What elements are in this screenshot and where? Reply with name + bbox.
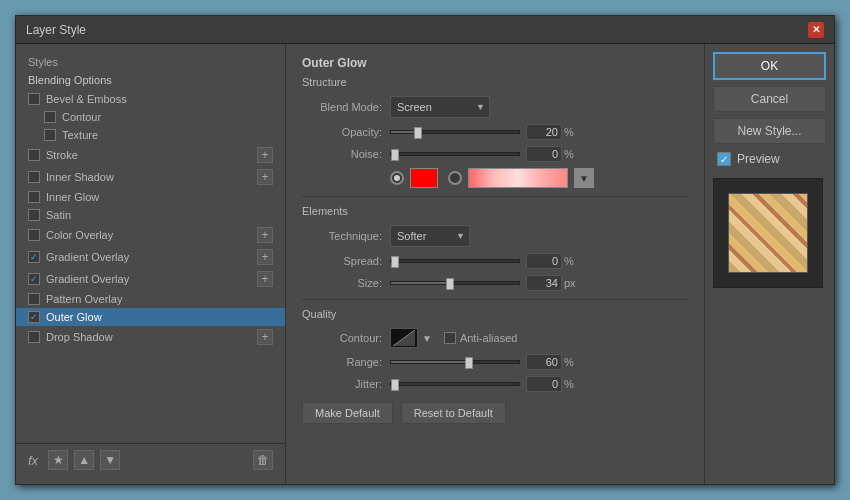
opacity-value[interactable] [526, 124, 562, 140]
contour-svg [393, 330, 415, 346]
sidebar-item-inner-glow[interactable]: Inner Glow [16, 188, 285, 206]
size-value[interactable] [526, 275, 562, 291]
spread-row: Spread: % [302, 253, 688, 269]
satin-checkbox[interactable] [28, 209, 40, 221]
drop-shadow-plus-button[interactable]: + [257, 329, 273, 345]
size-thumb[interactable] [446, 278, 454, 290]
noise-slider[interactable] [390, 152, 520, 156]
stroke-checkbox[interactable] [28, 149, 40, 161]
texture-label: Texture [62, 129, 273, 141]
bevel-emboss-label: Bevel & Emboss [46, 93, 273, 105]
cancel-button[interactable]: Cancel [713, 86, 826, 112]
anti-aliased-row: Anti-aliased [444, 332, 517, 344]
inner-glow-label: Inner Glow [46, 191, 273, 203]
noise-row: Noise: % [302, 146, 688, 162]
sidebar-item-color-overlay[interactable]: Color Overlay + [16, 224, 285, 246]
range-thumb[interactable] [465, 357, 473, 369]
contour-dropdown-arrow[interactable]: ▼ [422, 333, 432, 344]
pattern-overlay-label: Pattern Overlay [46, 293, 273, 305]
noise-unit: % [564, 148, 584, 160]
blend-mode-select[interactable]: Screen ▼ [390, 96, 490, 118]
button-row: Make Default Reset to Default [302, 402, 688, 424]
gradient-overlay1-checkbox[interactable] [28, 251, 40, 263]
gradient-overlay2-plus-button[interactable]: + [257, 271, 273, 287]
make-default-button[interactable]: Make Default [302, 402, 393, 424]
gradient-color-swatch[interactable] [468, 168, 568, 188]
sidebar-item-inner-shadow[interactable]: Inner Shadow + [16, 166, 285, 188]
sidebar-item-contour[interactable]: Contour [16, 108, 285, 126]
blend-options-label[interactable]: Blending Options [16, 70, 285, 90]
sidebar-item-outer-glow[interactable]: Outer Glow [16, 308, 285, 326]
range-value[interactable] [526, 354, 562, 370]
technique-row: Technique: Softer ▼ [302, 225, 688, 247]
blend-mode-value: Screen [391, 99, 438, 115]
bottom-bar: fx ★ ▲ ▼ 🗑 [16, 443, 285, 476]
color-overlay-label: Color Overlay [46, 229, 253, 241]
color-overlay-checkbox[interactable] [28, 229, 40, 241]
gradient-radio[interactable] [448, 171, 462, 185]
new-style-button[interactable]: New Style... [713, 118, 826, 144]
close-button[interactable]: ✕ [808, 22, 824, 38]
jitter-thumb[interactable] [391, 379, 399, 391]
jitter-label: Jitter: [302, 378, 382, 390]
inner-glow-checkbox[interactable] [28, 191, 40, 203]
sidebar-item-gradient-overlay2[interactable]: Gradient Overlay + [16, 268, 285, 290]
gradient-overlay2-checkbox[interactable] [28, 273, 40, 285]
delete-style-button[interactable]: 🗑 [253, 450, 273, 470]
anti-aliased-label: Anti-aliased [460, 332, 517, 344]
size-slider[interactable] [390, 281, 520, 285]
divider1 [302, 196, 688, 197]
size-row: Size: px [302, 275, 688, 291]
reset-default-button[interactable]: Reset to Default [401, 402, 506, 424]
title-bar: Layer Style ✕ [16, 16, 834, 44]
pattern-dropdown-btn[interactable]: ▼ [574, 168, 594, 188]
noise-value[interactable] [526, 146, 562, 162]
pattern-overlay-checkbox[interactable] [28, 293, 40, 305]
preview-checkbox[interactable] [717, 152, 731, 166]
inner-shadow-plus-button[interactable]: + [257, 169, 273, 185]
preview-box [713, 178, 823, 288]
outer-glow-checkbox[interactable] [28, 311, 40, 323]
add-style-button[interactable]: ★ [48, 450, 68, 470]
noise-thumb[interactable] [391, 149, 399, 161]
anti-aliased-checkbox[interactable] [444, 332, 456, 344]
drop-shadow-checkbox[interactable] [28, 331, 40, 343]
ok-button[interactable]: OK [713, 52, 826, 80]
sidebar-item-texture[interactable]: Texture [16, 126, 285, 144]
jitter-slider[interactable] [390, 382, 520, 386]
fx-label: fx [28, 453, 38, 468]
color-row: ▼ [390, 168, 688, 188]
inner-shadow-checkbox[interactable] [28, 171, 40, 183]
gradient-overlay1-plus-button[interactable]: + [257, 249, 273, 265]
contour-checkbox[interactable] [44, 111, 56, 123]
color-swatch[interactable] [410, 168, 438, 188]
jitter-value[interactable] [526, 376, 562, 392]
sidebar-item-stroke[interactable]: Stroke + [16, 144, 285, 166]
spread-thumb[interactable] [391, 256, 399, 268]
sidebar-item-satin[interactable]: Satin [16, 206, 285, 224]
contour-thumbnail[interactable] [390, 328, 418, 348]
sidebar-item-pattern-overlay[interactable]: Pattern Overlay [16, 290, 285, 308]
texture-checkbox[interactable] [44, 129, 56, 141]
structure-section-title: Structure [302, 76, 688, 88]
move-down-button[interactable]: ▼ [100, 450, 120, 470]
solid-color-radio[interactable] [390, 171, 404, 185]
technique-select[interactable]: Softer ▼ [390, 225, 470, 247]
sidebar-item-gradient-overlay1[interactable]: Gradient Overlay + [16, 246, 285, 268]
opacity-slider[interactable] [390, 130, 520, 134]
color-overlay-plus-button[interactable]: + [257, 227, 273, 243]
bevel-emboss-checkbox[interactable] [28, 93, 40, 105]
opacity-thumb[interactable] [414, 127, 422, 139]
range-slider[interactable] [390, 360, 520, 364]
noise-label: Noise: [302, 148, 382, 160]
size-label: Size: [302, 277, 382, 289]
layer-style-dialog: Layer Style ✕ Styles Blending Options Be… [15, 15, 835, 485]
stroke-plus-button[interactable]: + [257, 147, 273, 163]
spread-slider[interactable] [390, 259, 520, 263]
sidebar-item-drop-shadow[interactable]: Drop Shadow + [16, 326, 285, 348]
sidebar-item-bevel-emboss[interactable]: Bevel & Emboss [16, 90, 285, 108]
move-up-button[interactable]: ▲ [74, 450, 94, 470]
satin-label: Satin [46, 209, 273, 221]
spread-value[interactable] [526, 253, 562, 269]
opacity-label: Opacity: [302, 126, 382, 138]
